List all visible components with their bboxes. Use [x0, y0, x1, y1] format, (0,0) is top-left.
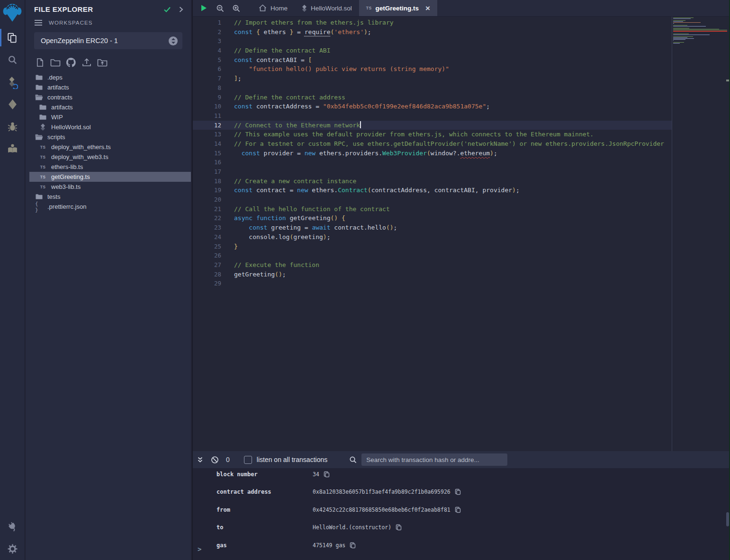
code-text: // Execute the function: [234, 260, 319, 270]
code-line[interactable]: 24 console.log(greeting);: [193, 232, 672, 242]
code-line[interactable]: 13// This example uses the default provi…: [193, 130, 672, 139]
folder-icon: [35, 194, 43, 200]
copy-icon[interactable]: [396, 524, 402, 531]
code-line[interactable]: 23 const greeting = await contract.hello…: [193, 223, 672, 232]
copy-icon[interactable]: [324, 471, 330, 478]
code-line[interactable]: 21// Call the hello function of the cont…: [193, 204, 672, 214]
minimap[interactable]: [673, 18, 727, 45]
line-number: 1: [193, 18, 221, 27]
remix-logo-icon[interactable]: [0, 0, 25, 27]
deploy-run-icon[interactable]: [0, 93, 25, 116]
code-text: const { ethers } = require('ethers');: [234, 27, 371, 37]
terminal-prompt[interactable]: >: [198, 545, 201, 553]
new-folder-icon[interactable]: [50, 57, 61, 68]
code-line[interactable]: 7];: [193, 74, 672, 83]
code-line[interactable]: 15 const provider = new ethers.providers…: [193, 149, 672, 158]
solidity-compiler-icon[interactable]: [0, 71, 25, 93]
run-script-button[interactable]: [199, 4, 208, 12]
code-line[interactable]: 11: [193, 111, 672, 121]
settings-gear-icon[interactable]: [0, 538, 25, 560]
plugin-manager-icon[interactable]: [0, 516, 25, 538]
chevron-right-icon[interactable]: [179, 6, 183, 13]
code-line[interactable]: 9// Define the contract address: [193, 93, 672, 102]
terminal-search-input[interactable]: [361, 453, 507, 466]
listen-transactions-checkbox[interactable]: [244, 456, 252, 464]
tree-item-deploy_with_ethers.ts[interactable]: TSdeploy_with_ethers.ts: [26, 142, 191, 152]
collapse-terminal-icon[interactable]: [197, 456, 204, 463]
tree-item-artifacts[interactable]: artifacts: [26, 102, 191, 112]
terminal-key: to: [216, 524, 313, 531]
clear-console-icon[interactable]: [211, 456, 219, 464]
code-line[interactable]: 8: [193, 83, 672, 93]
line-number: 10: [193, 102, 221, 111]
line-number: 19: [193, 186, 221, 195]
tree-item-web3-lib.ts[interactable]: TSweb3-lib.ts: [26, 182, 191, 192]
hamburger-menu-icon[interactable]: [34, 19, 43, 26]
upload-folder-icon[interactable]: [97, 57, 108, 68]
workspace-spinner-icon[interactable]: [169, 36, 178, 45]
tree-item-contracts[interactable]: contracts: [26, 92, 191, 102]
search-icon[interactable]: [0, 49, 25, 71]
copy-icon[interactable]: [455, 489, 461, 495]
tree-item-WIP[interactable]: WIP: [26, 112, 191, 122]
code-line[interactable]: 6 "function hello() public view returns …: [193, 64, 672, 74]
terminal-row-from: from0x42452c22c88178685850e68beb6cf0f2ae…: [193, 501, 725, 519]
code-line[interactable]: 10const contractAddress = "0xb54febb5c0c…: [193, 102, 672, 111]
workspace-select[interactable]: OpenZeppelin ERC20 - 1: [34, 32, 182, 49]
editor-region: HomeHelloWorld.solTSgetGreeting.ts× 1// …: [192, 0, 730, 451]
code-line[interactable]: 3: [193, 36, 672, 46]
tree-item-tests[interactable]: tests: [26, 192, 191, 202]
line-number: 24: [193, 232, 221, 242]
minimap-line: [673, 40, 674, 41]
close-tab-icon[interactable]: ×: [425, 4, 430, 12]
tree-item-label: web3-lib.ts: [51, 183, 81, 190]
github-icon[interactable]: [65, 57, 77, 68]
tree-item-label: ethers-lib.ts: [51, 163, 83, 170]
zoom-in-icon[interactable]: [232, 4, 240, 12]
code-line[interactable]: 12// Connect to the Ethereum network: [193, 121, 672, 130]
zoom-out-icon[interactable]: [216, 4, 224, 12]
code-line[interactable]: 29: [193, 279, 672, 288]
tree-item-artifacts[interactable]: artifacts: [26, 82, 191, 92]
debugger-icon[interactable]: [0, 116, 25, 138]
file-explorer-icon[interactable]: [0, 27, 25, 49]
line-number: 9: [193, 93, 221, 102]
line-number: 22: [193, 213, 221, 223]
new-file-icon[interactable]: [34, 57, 45, 68]
code-line[interactable]: 25}: [193, 242, 672, 251]
code-line[interactable]: 20: [193, 195, 672, 204]
upload-file-icon[interactable]: [81, 57, 92, 68]
code-line[interactable]: 19const contract = new ethers.Contract(c…: [193, 186, 672, 195]
code-line[interactable]: 1// Import ethers from the ethers.js lib…: [193, 18, 672, 27]
tree-item-deploy_with_web3.ts[interactable]: TSdeploy_with_web3.ts: [26, 152, 191, 162]
typescript-file-icon: TS: [39, 165, 47, 169]
tree-item-HelloWorld.sol[interactable]: HelloWorld.sol: [26, 122, 191, 132]
tree-item-.prettierrc.json[interactable]: { }.prettierrc.json: [26, 202, 191, 212]
code-line[interactable]: 28getGreeting();: [193, 270, 672, 279]
code-line[interactable]: 2const { ethers } = require('ethers');: [193, 27, 672, 37]
tab-getGreeting.ts[interactable]: TSgetGreeting.ts×: [359, 0, 437, 16]
tab-HelloWorld.sol[interactable]: HelloWorld.sol: [295, 0, 359, 16]
code-line[interactable]: 16: [193, 158, 672, 167]
minimap-line: [673, 22, 701, 23]
tree-item-.deps[interactable]: .deps: [26, 72, 191, 82]
minimap-line: [673, 19, 727, 20]
code-line[interactable]: 17: [193, 167, 672, 177]
code-line[interactable]: 27// Execute the function: [193, 260, 672, 270]
code-line[interactable]: 22async function getGreeting() {: [193, 213, 672, 223]
code-line[interactable]: 5const contractABI = [: [193, 55, 672, 65]
unit-testing-icon[interactable]: [0, 138, 25, 160]
accept-check-icon[interactable]: [163, 6, 171, 13]
code-editor[interactable]: 1// Import ethers from the ethers.js lib…: [193, 17, 672, 451]
code-line[interactable]: 4// Define the contract ABI: [193, 46, 672, 55]
terminal-value-text: 34: [313, 471, 319, 478]
code-line[interactable]: 14// For a testnet or custom RPC, use et…: [193, 139, 672, 149]
code-line[interactable]: 26: [193, 251, 672, 260]
tree-item-scripts[interactable]: scripts: [26, 132, 191, 142]
code-line[interactable]: 18// Create a new contract instance: [193, 177, 672, 186]
tab-Home[interactable]: Home: [252, 0, 295, 16]
copy-icon[interactable]: [455, 507, 461, 513]
copy-icon[interactable]: [350, 542, 356, 549]
tree-item-getGreeting.ts[interactable]: TSgetGreeting.ts: [29, 172, 191, 182]
tree-item-ethers-lib.ts[interactable]: TSethers-lib.ts: [26, 162, 191, 172]
